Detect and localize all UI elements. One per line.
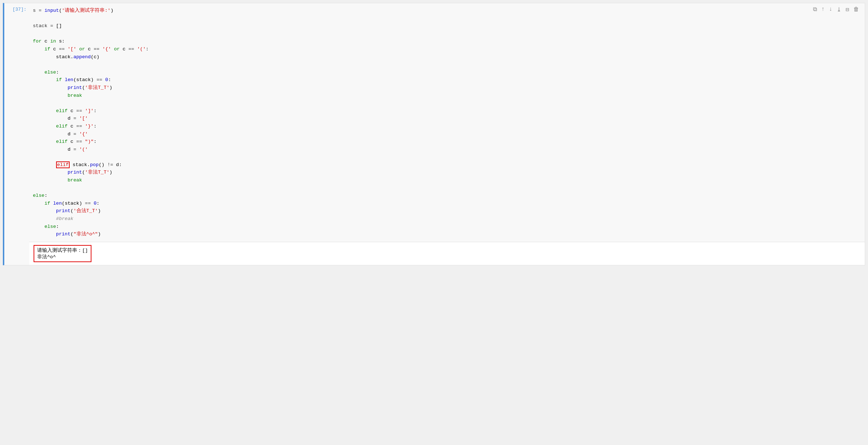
output-result-line: 非法^o^ xyxy=(37,254,88,260)
notebook-cell: ⧉ ↑ ↓ ⤓ ⊟ 🗑 [37]: s = input('请输入测试字符串:')… xyxy=(3,3,865,265)
copy-icon[interactable]: ⧉ xyxy=(813,6,817,13)
code-editor[interactable]: s = input('请输入测试字符串:') stack = [] for c … xyxy=(29,3,865,242)
cell-output: 请输入测试字符串：[] 非法^o^ xyxy=(29,242,865,265)
output-input-line: 请输入测试字符串：[] xyxy=(37,247,88,254)
output-box: 请输入测试字符串：[] 非法^o^ xyxy=(34,245,91,262)
delete-icon[interactable]: 🗑 xyxy=(853,6,859,13)
download-icon[interactable]: ⤓ xyxy=(837,6,841,13)
cell-number: [37]: xyxy=(4,3,29,242)
cell-body: [37]: s = input('请输入测试字符串:') stack = [] … xyxy=(4,3,865,242)
format-icon[interactable]: ⊟ xyxy=(845,6,849,13)
move-up-icon[interactable]: ↑ xyxy=(821,6,825,13)
move-down-icon[interactable]: ↓ xyxy=(829,6,833,13)
cell-toolbar: ⧉ ↑ ↓ ⤓ ⊟ 🗑 xyxy=(813,6,859,13)
